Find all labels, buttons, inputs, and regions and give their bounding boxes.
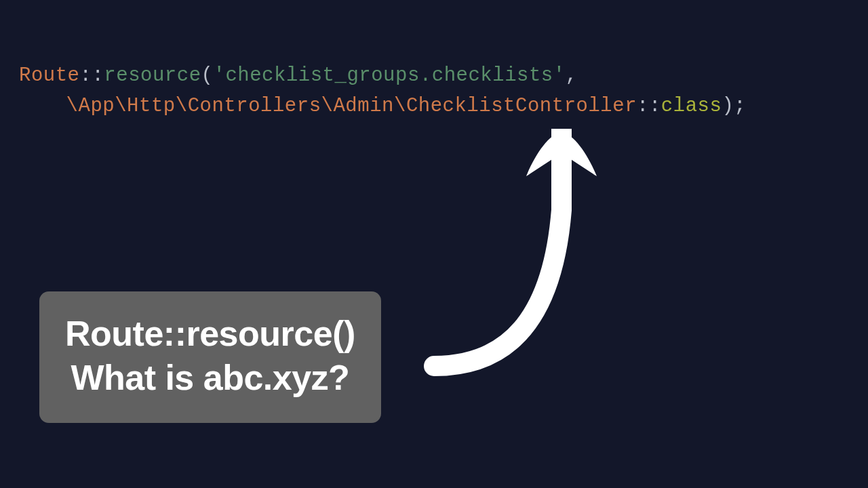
callout-line-1: Route::resource() — [65, 312, 355, 356]
code-token-scope: :: — [80, 64, 104, 87]
callout-box: Route::resource() What is abc.xyz? — [39, 291, 381, 423]
code-token-scope: :: — [637, 95, 661, 117]
code-token-controller: ChecklistController — [406, 95, 637, 117]
callout-line-2: What is abc.xyz? — [65, 356, 355, 400]
code-token-method: resource — [104, 64, 201, 87]
code-token-string-open: ' — [213, 64, 225, 87]
code-token-keyword-class: class — [661, 95, 722, 117]
code-token-string-close: ' — [553, 64, 566, 87]
code-token-namespace: \App\Http\Controllers\Admin\ — [66, 95, 406, 117]
code-token-open-paren: ( — [201, 64, 214, 87]
code-token-close: ); — [722, 95, 746, 117]
code-token-comma: , — [566, 64, 578, 87]
code-token-string: checklist_groups.checklists — [225, 64, 553, 87]
arrow-icon — [400, 129, 604, 386]
code-snippet: Route::resource('checklist_groups.checkl… — [19, 61, 746, 122]
code-token-class: Route — [19, 64, 80, 87]
